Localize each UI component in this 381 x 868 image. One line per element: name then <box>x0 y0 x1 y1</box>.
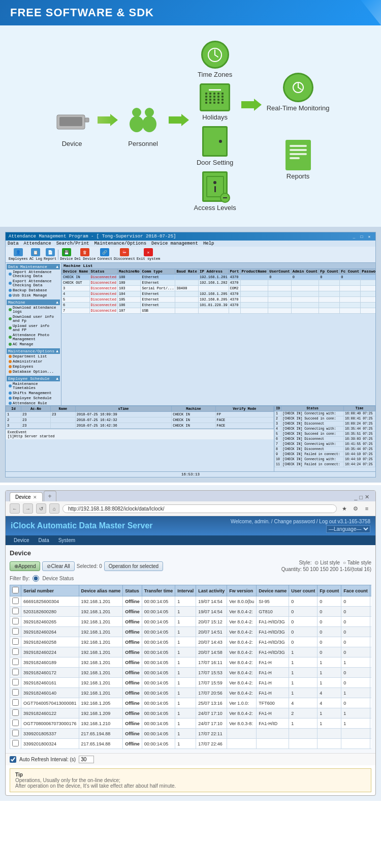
sidebar-emp-schedule[interactable]: Employee Schedule <box>7 396 60 401</box>
sidebar-admin[interactable]: Administrator <box>7 359 60 364</box>
browser-url[interactable]: http://192.168.1.88:8082/iclock/data/Icl… <box>62 504 337 513</box>
table-row[interactable]: 123232018-07-25 16:09:39CHECK INFP <box>6 412 274 417</box>
auto-refresh-checkbox[interactable] <box>10 756 16 763</box>
table-row[interactable]: 5Disconnected105Ethernet192.168.0.205437… <box>62 297 376 303</box>
sidebar-download-logs[interactable]: Download attendance logs <box>7 305 60 314</box>
browser-maximize[interactable]: □ <box>359 494 363 500</box>
sidebar-download-user[interactable]: Download user info and Fp <box>7 314 60 323</box>
toolbar-device[interactable]: 💾 Device <box>60 248 73 261</box>
browser-tab-device[interactable]: Device ✕ <box>10 492 43 501</box>
row-checkbox[interactable] <box>12 679 19 685</box>
table-row[interactable]: 3929182460172192.168.1.201Offline00:00:1… <box>10 668 372 678</box>
table-row[interactable]: 6Disconnected106Ethernet101.81.228.39437… <box>62 303 376 308</box>
operation-btn[interactable]: Operation for selected <box>104 561 163 571</box>
language-select[interactable]: —Language— <box>326 525 370 533</box>
table-row[interactable]: 5203182600280192.168.1.201Offline00:00:1… <box>10 607 372 617</box>
row-checkbox[interactable] <box>12 669 19 675</box>
table-row[interactable]: 3929182460189192.168.1.201Offline00:00:1… <box>10 657 372 668</box>
table-row[interactable]: 3929182460258192.168.1.201Offline00:00:1… <box>10 637 372 647</box>
row-checkbox[interactable] <box>12 597 19 604</box>
refresh-btn[interactable]: ↺ <box>36 503 46 514</box>
settings-icon[interactable]: ⚙ <box>351 504 360 513</box>
select-all-checkbox[interactable] <box>12 587 19 593</box>
tab-close-btn[interactable]: ✕ <box>33 495 37 500</box>
table-row[interactable]: 7Disconnected107USB3204 <box>62 308 376 314</box>
filter-radio[interactable] <box>33 575 39 582</box>
table-row[interactable]: 3929182460224192.168.1.201Offline00:00:1… <box>10 647 372 657</box>
toolbar-exit[interactable]: ✕ Exit system <box>137 248 160 261</box>
sidebar-import[interactable]: Import Attendance Checking Data <box>7 270 60 279</box>
forward-btn[interactable]: → <box>23 503 33 514</box>
table-row[interactable]: 3929182460140192.168.1.201Offline00:00:1… <box>10 688 372 698</box>
table-row[interactable]: 3399201805337217.65.194.88Offline00:00:1… <box>10 729 372 739</box>
row-checkbox[interactable] <box>12 638 19 645</box>
sidebar-employees[interactable]: Employees <box>7 364 60 369</box>
machine-table-container[interactable]: Device Name Status MachineNo Comm type B… <box>61 268 375 405</box>
row-checkbox[interactable] <box>12 618 19 624</box>
toolbar-connect[interactable]: 🔗 Connect <box>97 248 112 261</box>
table-row[interactable]: 3929182460264192.168.1.201Offline00:00:1… <box>10 627 372 637</box>
browser-minimize[interactable]: _ <box>354 494 357 500</box>
row-checkbox[interactable] <box>12 608 19 614</box>
list-style-btn[interactable]: ⊙ List style <box>314 560 340 565</box>
table-row[interactable]: 3232018-07-25 16:42:36CHECK INFACE <box>6 423 274 429</box>
sidebar-header-schedule[interactable]: Employee Schedule▲ <box>7 376 60 381</box>
table-row[interactable]: CHECK OUTDisconnected109Ethernet192.168.… <box>62 280 376 286</box>
toolbar-employees[interactable]: 👤 Employees <box>9 248 28 261</box>
minimize-btn[interactable]: _ <box>351 233 357 240</box>
sidebar-att-rule[interactable]: Attendance Rule <box>7 401 60 405</box>
menu-maintenance[interactable]: Maintenance/Options <box>94 241 146 246</box>
sidebar-ac[interactable]: AC Manage <box>7 342 60 347</box>
row-checkbox[interactable] <box>12 720 19 726</box>
row-checkbox[interactable] <box>12 648 19 655</box>
sidebar-backup[interactable]: Backup Database <box>7 288 60 293</box>
toolbar-disconnect[interactable]: ⛔ Disconnect <box>114 248 135 261</box>
close-btn[interactable]: ✕ <box>366 233 372 240</box>
table-row[interactable]: CHECK INDisconnected108Ethernet192.168.1… <box>62 275 376 280</box>
clear-btn[interactable]: ⊘Clear All <box>42 561 74 571</box>
menu-data[interactable]: Data <box>8 241 19 246</box>
menu-device[interactable]: Device management <box>151 241 198 246</box>
back-btn[interactable]: ← <box>10 503 20 514</box>
row-checkbox[interactable] <box>12 689 19 696</box>
table-style-btn[interactable]: ○ Table style <box>343 560 371 565</box>
sidebar-header-machine[interactable]: Machine▲ <box>7 300 60 305</box>
browser-close[interactable]: ✕ <box>365 494 369 500</box>
sidebar-header-data[interactable]: Data Maintenance▲ <box>7 264 60 270</box>
row-checkbox[interactable] <box>12 628 19 635</box>
table-row[interactable]: OGT70400570413000081192.168.1.205Offline… <box>10 698 372 708</box>
refresh-interval-input[interactable] <box>79 756 94 763</box>
nav-device[interactable]: Device <box>10 536 34 544</box>
sidebar-header-maint[interactable]: Maintenance/Options▲ <box>7 348 60 354</box>
table-row[interactable]: OGT70800067073000176192.168.1.210Offline… <box>10 719 372 729</box>
menu-attendance[interactable]: Attendance <box>24 241 51 246</box>
table-row[interactable]: 66691825600304192.168.1.201Offline00:00:… <box>10 596 372 607</box>
toolbar-report[interactable]: 📄 Report <box>44 248 56 261</box>
sidebar-timetables[interactable]: Maintenance Timetables <box>7 381 60 391</box>
sidebar-db[interactable]: Database Option... <box>7 369 60 374</box>
menu-search[interactable]: Search/Print <box>56 241 89 246</box>
restore-btn[interactable]: □ <box>359 233 365 240</box>
toolbar-del-device[interactable]: 🗑 Del Device <box>74 248 96 261</box>
sidebar-upload-user[interactable]: Upload user info and FP <box>7 323 60 333</box>
sidebar-photo[interactable]: Attendance Photo Management <box>7 333 60 342</box>
table-row[interactable]: 3399201800324217.65.194.88Offline00:00:1… <box>10 739 372 749</box>
toolbar-aclog[interactable]: 📋 AC Log <box>29 248 42 261</box>
table-row[interactable]: 3929182460161192.168.1.201Offline00:00:1… <box>10 678 372 688</box>
menu-help[interactable]: Help <box>203 241 214 246</box>
table-row[interactable]: 2232018-07-25 16:42:32CHECK INFACE <box>6 417 274 423</box>
row-checkbox[interactable] <box>12 659 19 665</box>
new-tab-btn[interactable]: + <box>44 491 56 501</box>
sidebar-dept[interactable]: Department List <box>7 354 60 359</box>
row-checkbox[interactable] <box>12 699 19 706</box>
device-table-container[interactable]: Serial number Device alias name Status T… <box>10 585 371 749</box>
home-btn[interactable]: ⌂ <box>49 503 59 514</box>
table-row[interactable]: 3929182460122192.168.1.209Offline00:00:1… <box>10 708 372 719</box>
sidebar-usb[interactable]: Usb Disk Manage <box>7 293 60 298</box>
row-checkbox[interactable] <box>12 709 19 716</box>
row-checkbox[interactable] <box>12 730 19 736</box>
nav-system[interactable]: System <box>54 536 79 544</box>
row-checkbox[interactable] <box>12 740 19 746</box>
table-row[interactable]: 4Disconnected104Ethernet192.168.1.205437… <box>62 291 376 297</box>
append-btn[interactable]: ⊕Append <box>10 561 40 571</box>
